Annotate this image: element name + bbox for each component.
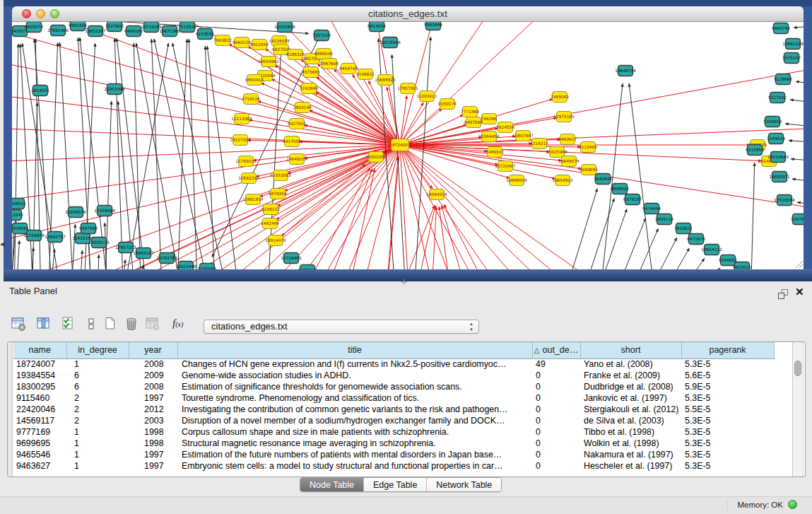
- tab-edge-table[interactable]: Edge Table: [363, 478, 426, 491]
- graph-node[interactable]: 9153535: [196, 29, 214, 40]
- graph-node[interactable]: 10688609: [506, 175, 527, 186]
- tab-network-table[interactable]: Network Table: [426, 478, 501, 491]
- graph-node[interactable]: 2867608: [320, 59, 339, 69]
- float-panel-icon[interactable]: [778, 289, 789, 300]
- graph-node[interactable]: 18300295: [365, 152, 387, 163]
- graph-node[interactable]: 17016534: [774, 195, 795, 206]
- graph-node[interactable]: 9890413: [245, 75, 264, 86]
- graph-node[interactable]: 746266: [481, 114, 497, 124]
- graph-node[interactable]: 2633051: [31, 86, 49, 96]
- graph-node[interactable]: 6379197: [623, 194, 642, 205]
- graph-node[interactable]: 15720407: [495, 161, 516, 172]
- graph-node[interactable]: 17957865: [397, 83, 418, 94]
- table-row[interactable]: 946362711997Embryonic stem cells: a mode…: [13, 460, 774, 472]
- graph-node[interactable]: 16543962: [258, 57, 279, 67]
- graph-node[interactable]: 16914479: [265, 235, 286, 246]
- column-header-year[interactable]: year: [129, 342, 177, 358]
- graph-node[interactable]: 10654112: [701, 245, 722, 255]
- graph-node[interactable]: 15688520: [375, 75, 396, 86]
- table-row[interactable]: 2242004622012Investigating the contribut…: [13, 404, 774, 415]
- graph-node[interactable]: 18724007: [389, 139, 411, 151]
- graph-node[interactable]: 2935114: [655, 214, 673, 225]
- graph-node[interactable]: 16648734: [615, 66, 636, 76]
- graph-node[interactable]: 7486322: [486, 147, 504, 158]
- graph-node[interactable]: 11283011: [416, 91, 437, 102]
- delete-table-icon[interactable]: [124, 317, 140, 332]
- graph-node[interactable]: 7485063: [551, 92, 569, 103]
- graph-node[interactable]: 8454749: [339, 64, 358, 74]
- graph-node[interactable]: 8912954: [250, 40, 269, 50]
- graph-node[interactable]: 8427552: [288, 119, 306, 129]
- graph-node[interactable]: 2718126: [242, 94, 260, 105]
- graph-node[interactable]: 15961814: [242, 194, 264, 205]
- graph-node[interactable]: 3913345: [12, 210, 23, 221]
- graph-node[interactable]: 12213383: [231, 114, 252, 124]
- graph-node[interactable]: 1482484: [261, 218, 279, 229]
- graph-node[interactable]: 1640934: [594, 174, 612, 185]
- graph-node[interactable]: 8938924: [611, 184, 629, 194]
- graph-node[interactable]: 18107554: [230, 135, 251, 146]
- data-table[interactable]: namein_degreeyeartitle△out_de…shortpager…: [13, 342, 775, 472]
- graph-node[interactable]: 15716485: [281, 253, 302, 264]
- column-header-title[interactable]: title: [177, 342, 532, 358]
- window-titlebar[interactable]: citations_edges.txt: [12, 6, 804, 22]
- graph-node[interactable]: 9472102: [298, 265, 317, 270]
- graph-node[interactable]: 10592230: [238, 173, 259, 184]
- graph-node[interactable]: 9417008: [283, 136, 301, 147]
- graph-node[interactable]: 9561686: [424, 22, 442, 30]
- column-header-short[interactable]: short: [580, 342, 681, 358]
- function-builder-icon[interactable]: f(x): [172, 317, 188, 333]
- graph-node[interactable]: 1209358: [763, 117, 782, 127]
- graph-node[interactable]: 13942757: [45, 232, 66, 243]
- table-select-dropdown[interactable]: citations_edges.txt ▲▼: [204, 320, 479, 334]
- table-row[interactable]: 969969511998Structural magnetic resonanc…: [13, 438, 774, 449]
- graph-node[interactable]: 1244419: [767, 134, 785, 144]
- graph-node[interactable]: 11156829: [23, 230, 45, 241]
- graph-node[interactable]: 10653287: [85, 26, 106, 37]
- graph-node[interactable]: 9463627: [558, 134, 577, 145]
- graph-node[interactable]: 5878354: [269, 189, 287, 199]
- close-panel-icon[interactable]: ✕: [795, 286, 804, 298]
- graph-node[interactable]: 9115460: [579, 142, 597, 153]
- graph-node[interactable]: 8620510: [733, 262, 751, 270]
- graph-node[interactable]: 19384554: [426, 189, 447, 200]
- graph-node[interactable]: 16671368: [159, 26, 180, 37]
- graph-node[interactable]: 9886546: [314, 49, 333, 59]
- column-header-name[interactable]: name: [13, 342, 66, 358]
- graph-node[interactable]: 10861224: [782, 39, 804, 49]
- graph-node[interactable]: 21953346: [104, 84, 125, 95]
- show-column-icon[interactable]: [37, 317, 52, 332]
- graph-node[interactable]: 9375685: [302, 67, 320, 78]
- graph-node[interactable]: 7515526: [178, 22, 196, 33]
- graph-node[interactable]: 7663822: [213, 35, 232, 46]
- graph-node[interactable]: 9699695: [579, 165, 598, 175]
- graph-node[interactable]: 6216217: [530, 139, 548, 149]
- table-row[interactable]: 946554611997Estimation of the future num…: [13, 449, 774, 460]
- graph-node[interactable]: 11793011: [235, 156, 257, 167]
- scrollbar-thumb[interactable]: [794, 361, 801, 376]
- graph-node[interactable]: 9227342: [768, 93, 787, 103]
- tab-node-table[interactable]: Node Table: [300, 478, 363, 491]
- network-graph[interactable]: 8660128891295418226058982750981863289827…: [12, 22, 804, 269]
- table-row[interactable]: 1830029562008Estimation of significance …: [13, 381, 774, 392]
- import-table-icon[interactable]: [61, 317, 77, 332]
- column-header-pagerank[interactable]: pagerank: [681, 342, 774, 358]
- table-row[interactable]: 1938455462009Genome-wide association stu…: [13, 370, 774, 381]
- graph-node[interactable]: 9462743: [772, 23, 790, 34]
- panel-collapse-arrow-icon[interactable]: ◀: [0, 240, 5, 247]
- new-table-icon[interactable]: [103, 317, 119, 332]
- graph-node[interactable]: 7632621: [674, 223, 693, 234]
- graph-node[interactable]: 15892971: [769, 172, 790, 182]
- graph-node[interactable]: 19654923: [552, 175, 573, 186]
- memory-status-indicator[interactable]: [788, 500, 797, 509]
- column-header-out_de[interactable]: △out_de…: [532, 342, 580, 358]
- table-settings-icon[interactable]: [11, 317, 27, 332]
- graph-node[interactable]: 9238222: [261, 204, 280, 215]
- graph-node[interactable]: 12975185: [553, 112, 575, 122]
- graph-node[interactable]: 16649578: [558, 156, 579, 167]
- graph-node[interactable]: 7357224: [312, 30, 331, 41]
- graph-node[interactable]: 16782759: [156, 253, 177, 264]
- graph-node[interactable]: 20206576: [65, 207, 86, 218]
- graph-node[interactable]: 1575107: [782, 53, 801, 64]
- table-row[interactable]: 1872400712008Changes of HCN gene express…: [13, 358, 774, 370]
